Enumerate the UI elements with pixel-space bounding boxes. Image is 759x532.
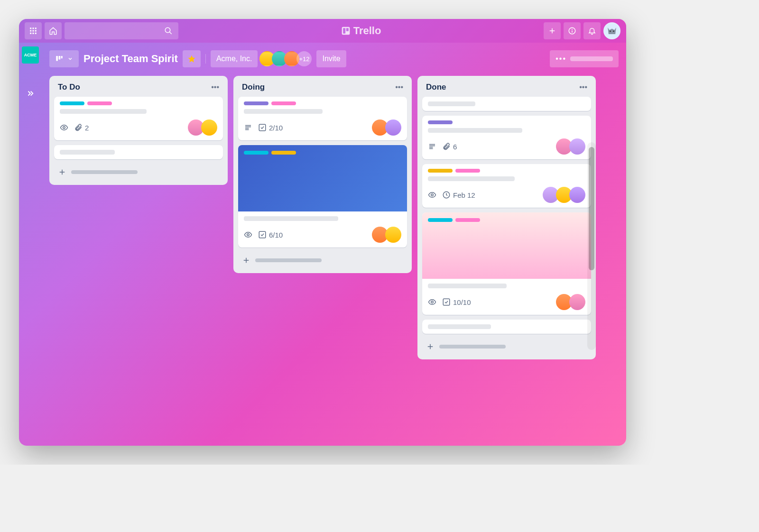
card-member-avatar[interactable] — [569, 138, 585, 155]
create-button[interactable] — [544, 22, 561, 39]
brand-text: Trello — [353, 25, 381, 37]
home-button[interactable] — [45, 22, 62, 39]
label-chip[interactable] — [244, 151, 268, 155]
checklist-count: 6/10 — [269, 231, 283, 239]
checklist-badge: 6/10 — [258, 230, 283, 239]
plus-icon — [58, 168, 66, 176]
board-title[interactable]: Project Team Spirit — [83, 53, 178, 65]
info-button[interactable] — [564, 22, 581, 39]
card-member-avatar[interactable] — [385, 119, 401, 136]
member-overflow-count[interactable]: +12 — [296, 51, 312, 66]
paperclip-icon — [74, 123, 83, 132]
svg-rect-3 — [30, 30, 31, 32]
board-area: Project Team Spirit Acme, Inc. +12 Invit… — [42, 43, 626, 446]
board-view-switcher[interactable] — [49, 50, 79, 67]
invite-button[interactable]: Invite — [316, 50, 346, 67]
expand-sidebar-button[interactable] — [26, 89, 35, 100]
label-chip[interactable] — [271, 151, 296, 155]
list-todo: To Do ••• — [49, 76, 228, 185]
checklist-badge: 10/10 — [442, 298, 471, 306]
svg-rect-8 — [35, 33, 37, 34]
checklist-icon — [258, 123, 267, 132]
watch-badge — [244, 230, 252, 239]
list-menu-button[interactable]: ••• — [395, 83, 403, 92]
label-chip[interactable] — [455, 169, 480, 173]
main-content: ACME Project Team Spirit Acme, Inc. — [19, 43, 626, 446]
svg-rect-0 — [30, 28, 31, 29]
user-avatar[interactable] — [603, 22, 620, 39]
notifications-button[interactable] — [583, 22, 601, 39]
husky-avatar-icon — [604, 23, 620, 38]
plus-icon — [426, 342, 435, 351]
label-chip[interactable] — [244, 101, 268, 105]
apps-menu-button[interactable] — [25, 22, 42, 39]
svg-rect-1 — [33, 28, 34, 29]
label-chip[interactable] — [271, 101, 296, 105]
card-member-avatar[interactable] — [569, 187, 585, 203]
svg-point-19 — [613, 31, 614, 32]
list-title[interactable]: Done — [426, 83, 446, 92]
card[interactable]: 10/10 — [422, 212, 591, 315]
board-menu-button[interactable]: ••• — [550, 50, 619, 67]
clock-icon — [442, 191, 451, 199]
svg-point-27 — [431, 194, 434, 196]
card[interactable]: 2 — [54, 97, 223, 140]
eye-icon — [428, 191, 436, 199]
label-chip[interactable] — [428, 218, 453, 222]
checklist-count: 2/10 — [269, 124, 283, 132]
card[interactable] — [54, 145, 223, 159]
card-member-avatar[interactable] — [385, 227, 401, 243]
workspace-tile[interactable]: ACME — [22, 46, 39, 64]
star-icon — [187, 55, 196, 63]
plus-icon — [548, 27, 556, 35]
svg-rect-21 — [59, 56, 61, 60]
board-members[interactable]: +12 — [262, 51, 312, 66]
add-card-button[interactable] — [422, 339, 591, 355]
list-title[interactable]: To Do — [58, 83, 80, 92]
card[interactable] — [422, 97, 591, 111]
add-card-button[interactable] — [238, 252, 407, 268]
svg-rect-24 — [259, 124, 266, 131]
checklist-count: 10/10 — [453, 298, 471, 306]
attachment-count: 2 — [85, 124, 89, 132]
svg-point-25 — [247, 234, 250, 236]
watch-badge — [60, 123, 68, 132]
svg-rect-5 — [35, 30, 37, 32]
label-chip[interactable] — [455, 218, 480, 222]
svg-rect-12 — [343, 28, 345, 34]
description-badge — [428, 142, 436, 151]
card[interactable]: 2/10 — [238, 97, 407, 140]
paperclip-icon — [442, 142, 451, 151]
svg-point-18 — [610, 31, 611, 32]
svg-point-9 — [165, 28, 170, 33]
label-chip[interactable] — [428, 120, 453, 124]
card[interactable]: 6 — [422, 116, 591, 159]
card[interactable]: 6/10 — [238, 145, 407, 248]
watch-badge — [428, 298, 436, 306]
svg-rect-4 — [33, 30, 34, 32]
label-chip[interactable] — [87, 101, 112, 105]
workspace-link[interactable]: Acme, Inc. — [211, 50, 258, 67]
search-input[interactable] — [65, 22, 178, 39]
label-chip[interactable] — [428, 169, 453, 173]
list-title[interactable]: Doing — [242, 83, 265, 92]
card[interactable] — [422, 320, 591, 334]
card-cover — [422, 212, 591, 279]
grid-icon — [29, 27, 37, 35]
watch-badge — [428, 191, 436, 199]
scroll-thumb[interactable] — [589, 147, 594, 270]
card-member-avatar[interactable] — [569, 294, 585, 310]
list-doing: Doing ••• — [233, 76, 412, 273]
home-icon — [49, 27, 57, 35]
card[interactable]: Feb 12 — [422, 164, 591, 208]
label-chip[interactable] — [60, 101, 84, 105]
star-button[interactable] — [183, 50, 201, 67]
lists-container: To Do ••• — [49, 76, 619, 359]
list-menu-button[interactable]: ••• — [211, 83, 219, 92]
card-member-avatar[interactable] — [201, 119, 217, 136]
description-icon — [244, 123, 252, 132]
list-scrollbar[interactable] — [587, 142, 596, 350]
list-menu-button[interactable]: ••• — [579, 83, 587, 92]
add-card-button[interactable] — [54, 164, 223, 180]
svg-rect-26 — [259, 231, 266, 238]
